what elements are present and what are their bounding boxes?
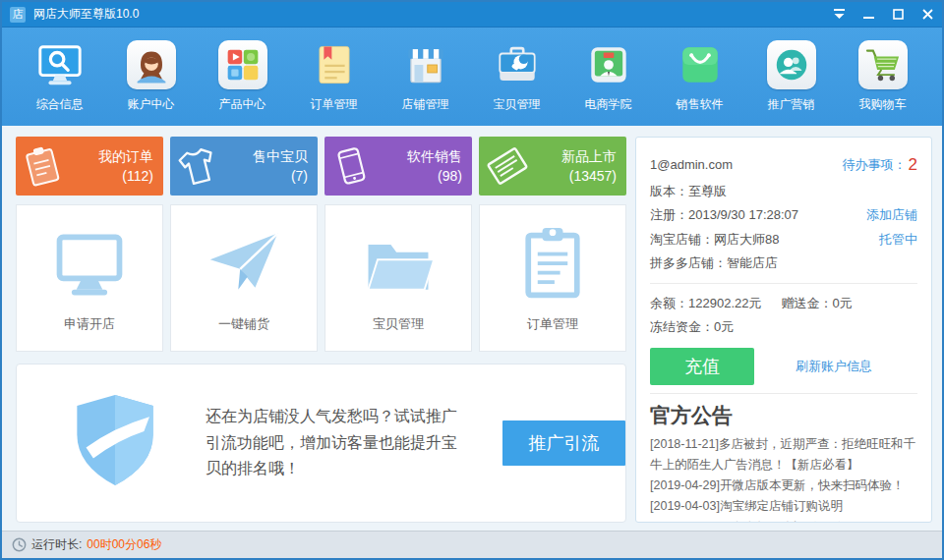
announcements-title: 官方公告 (650, 402, 917, 429)
todo-count: 2 (909, 149, 917, 180)
balance-text: 余额：122902.22元 (650, 292, 761, 315)
announcement-item[interactable]: [2016-11-25]网店大师在线投诉与反馈 (650, 518, 917, 523)
app-icon: 店 (10, 7, 26, 23)
content-area: 我的订单 (112) 售中宝贝 (7) 软件销售 (98) (2, 126, 942, 531)
account-sidebar: 1@admin.com 待办事项： 2 版本：至尊版 注册：2013/9/30 … (635, 137, 932, 523)
pdd-shop-text: 拼多多店铺：智能店店 (650, 252, 778, 275)
statusbar: 运行时长: 00时00分06秒 (2, 531, 942, 558)
stat-card-new-arrivals[interactable]: 新品上市 (13457) (479, 137, 626, 196)
toolbar-item-label: 店铺管理 (402, 96, 449, 113)
stat-card-title: 售中宝贝 (253, 146, 308, 166)
left-column: 我的订单 (112) 售中宝贝 (7) 软件销售 (98) (16, 137, 626, 523)
people-group-icon (767, 40, 816, 89)
stat-card-title: 软件销售 (407, 146, 462, 166)
trustee-link[interactable]: 托管中 (879, 228, 917, 252)
toolbar-item-my-cart[interactable]: 我购物车 (837, 34, 928, 119)
stat-card-software-sales[interactable]: 软件销售 (98) (324, 137, 472, 196)
toolbar-item-account-center[interactable]: 账户中心 (105, 34, 197, 119)
add-shop-link[interactable]: 添加店铺 (866, 203, 917, 227)
action-card-label: 申请开店 (64, 315, 115, 333)
announcement-item[interactable]: [2019-04-03]淘宝绑定店铺订购说明 (650, 496, 917, 517)
toolbox-icon (493, 40, 542, 89)
shield-icon (70, 391, 160, 495)
maximize-icon (893, 9, 904, 20)
action-card-apply-shop[interactable]: 申请开店 (16, 204, 163, 352)
stat-card-selling-items[interactable]: 售中宝贝 (7) (170, 137, 318, 196)
promo-text: 还在为店铺没人气发愁吗？试试推广引流功能吧，增加访客量也能提升宝贝的排名哦！ (206, 404, 461, 481)
account-email: 1@admin.com (650, 153, 733, 177)
minimize-button[interactable] (854, 2, 883, 27)
window-controls (824, 2, 942, 27)
stat-card-row: 我的订单 (112) 售中宝贝 (7) 软件销售 (98) (16, 137, 626, 196)
teacher-screen-icon (584, 40, 633, 89)
toolbar-item-sales-software[interactable]: 销售软件 (654, 34, 745, 119)
announcement-item[interactable]: [2019-04-29]开微店版本更新，快来扫码体验！ (650, 476, 917, 496)
action-card-order-management[interactable]: 订单管理 (479, 204, 626, 352)
toolbar-item-label: 销售软件 (677, 96, 724, 113)
stat-card-my-orders[interactable]: 我的订单 (112) (16, 137, 163, 196)
toolbar-item-label: 推广营销 (768, 96, 815, 113)
stat-card-title: 我的订单 (98, 146, 153, 166)
stat-card-count: (112) (98, 166, 153, 186)
skin-menu-icon (833, 9, 846, 20)
stat-card-text: 售中宝贝 (7) (253, 146, 308, 187)
stat-card-count: (98) (407, 166, 462, 186)
promo-banner: 还在为店铺没人气发愁吗？试试推广引流功能吧，增加访客量也能提升宝贝的排名哦！ 推… (16, 364, 626, 523)
runtime-value: 00时00分06秒 (87, 536, 161, 553)
action-card-label: 订单管理 (527, 315, 578, 333)
user-avatar-icon (127, 40, 176, 89)
stat-card-text: 新品上市 (13457) (561, 146, 617, 187)
stat-card-text: 软件销售 (98) (407, 146, 462, 187)
stat-card-text: 我的订单 (112) (98, 146, 153, 187)
newspaper-icon (479, 138, 536, 195)
action-card-row: 申请开店 一键铺货 宝贝管理 (16, 204, 626, 352)
paper-plane-icon (203, 205, 285, 315)
monitor-search-icon (35, 40, 85, 89)
stat-card-count: (13457) (561, 166, 617, 186)
announcement-item[interactable]: [2018-11-21]多店被封，近期严查：拒绝旺旺和千牛上的陌生人广告消息！【… (650, 434, 917, 476)
frozen-value: 0元 (714, 319, 734, 334)
recharge-button[interactable]: 充值 (650, 348, 754, 385)
smartphone-icon (327, 141, 374, 191)
toolbar-item-label: 电商学院 (585, 96, 632, 113)
toolbar-item-order-management[interactable]: 订单管理 (288, 34, 380, 119)
toolbar-item-general-info[interactable]: 综合信息 (14, 34, 105, 119)
toolbar-item-product-center[interactable]: 产品中心 (197, 34, 288, 119)
taobao-shop-text: 淘宝店铺：网店大师88 (650, 228, 779, 252)
toolbar-item-item-management[interactable]: 宝贝管理 (471, 34, 562, 119)
todo-items[interactable]: 待办事项： 2 (843, 149, 917, 180)
toolbar-item-shop-management[interactable]: 店铺管理 (380, 34, 471, 119)
clipboard-icon (513, 205, 592, 315)
tshirt-icon (174, 142, 221, 190)
toolbar-item-label: 我购物车 (859, 96, 907, 113)
toolbar-item-label: 账户中心 (128, 96, 175, 113)
action-card-one-key-distribute[interactable]: 一键铺货 (170, 204, 318, 352)
stat-card-title: 新品上市 (561, 146, 617, 166)
divider (650, 393, 917, 394)
divider (650, 283, 917, 284)
titlebar: 店 网店大师至尊版10.0 (2, 2, 942, 28)
shopping-bag-icon (676, 40, 725, 89)
toolbar-item-label: 订单管理 (311, 96, 358, 113)
close-button[interactable] (913, 2, 942, 27)
action-card-item-management[interactable]: 宝贝管理 (324, 204, 472, 352)
maximize-button[interactable] (883, 2, 913, 27)
todo-label: 待办事项： (843, 153, 907, 177)
gift-value: 0元 (832, 296, 852, 310)
promo-traffic-button[interactable]: 推广引流 (502, 420, 625, 466)
minimize-icon (863, 9, 874, 20)
main-toolbar: 综合信息 账户中心 产品中心 订单管理 店铺管理 (2, 28, 942, 126)
refresh-account-link[interactable]: 刷新账户信息 (796, 358, 872, 375)
gift-text: 赠送金：0元 (781, 292, 852, 315)
skin-menu-button[interactable] (824, 2, 854, 27)
storefront-icon (401, 40, 450, 89)
app-window: 店 网店大师至尊版10.0 综合信息 (0, 0, 944, 560)
action-card-label: 宝贝管理 (373, 315, 424, 333)
balance-value: 122902.22元 (688, 296, 761, 310)
notepad-icon (310, 40, 359, 89)
toolbar-item-ecommerce-academy[interactable]: 电商学院 (562, 34, 654, 119)
close-icon (922, 9, 933, 20)
product-grid-icon (218, 40, 267, 89)
toolbar-item-promotion-marketing[interactable]: 推广营销 (745, 34, 837, 119)
monitor-icon (48, 205, 131, 315)
